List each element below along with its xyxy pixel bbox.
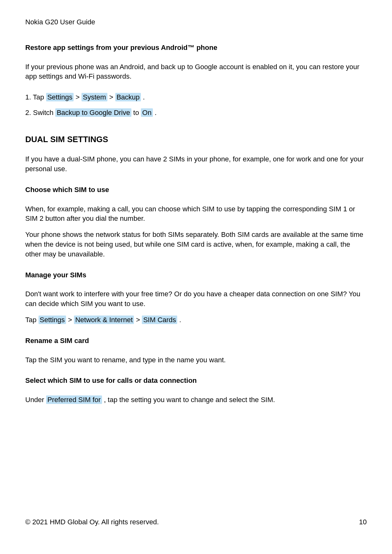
section-heading-dual-sim: DUAL SIM SETTINGS <box>25 134 367 145</box>
system-highlight: System <box>81 93 107 101</box>
choose-sim-text2: Your phone shows the network status for … <box>25 230 367 259</box>
manage-sims-text1: Don't want work to interfere with your f… <box>25 289 367 309</box>
dual-sim-description: If you have a dual-SIM phone, you can ha… <box>25 154 367 174</box>
network-highlight: Network & Internet <box>74 316 134 324</box>
select-sim-text: Under Preferred SIM for , tap the settin… <box>25 395 367 405</box>
on-highlight: On <box>141 108 153 117</box>
tap-prefix: Tap <box>25 316 39 324</box>
section-heading-rename-sim: Rename a SIM card <box>25 336 367 346</box>
settings-highlight: Settings <box>46 93 74 101</box>
rename-sim-text: Tap the SIM you want to rename, and type… <box>25 355 367 365</box>
step-text: 2. Switch <box>25 109 55 117</box>
section-heading-choose-sim: Choose which SIM to use <box>25 185 367 195</box>
preferred-sim-highlight: Preferred SIM for <box>46 395 102 404</box>
separator: > <box>74 93 81 101</box>
sim-cards-highlight: SIM Cards <box>142 316 177 324</box>
restore-description: If your previous phone was an Android, a… <box>25 62 367 82</box>
step-text: 1. Tap <box>25 93 46 101</box>
settings-highlight: Settings <box>39 316 66 324</box>
restore-steps-list: 1. Tap Settings > System > Backup . 2. S… <box>25 93 367 118</box>
separator: > <box>134 316 142 324</box>
backup-drive-highlight: Backup to Google Drive <box>55 108 131 117</box>
step-suffix: . <box>141 93 145 101</box>
separator: > <box>66 316 74 324</box>
choose-sim-text1: When, for example, making a call, you ca… <box>25 204 367 224</box>
select-prefix: Under <box>25 396 46 404</box>
restore-step-1: 1. Tap Settings > System > Backup . <box>25 93 367 102</box>
select-suffix: , tap the setting you want to change and… <box>102 396 275 404</box>
restore-step-2: 2. Switch Backup to Google Drive to On . <box>25 108 367 118</box>
step-mid: to <box>131 109 141 117</box>
tap-suffix: . <box>177 316 181 324</box>
page-header: Nokia G20 User Guide <box>25 17 367 27</box>
page-footer: © 2021 HMD Global Oy. All rights reserve… <box>25 517 367 527</box>
section-heading-manage-sims: Manage your SIMs <box>25 270 367 280</box>
step-suffix: . <box>153 109 157 117</box>
page-number: 10 <box>359 517 367 527</box>
manage-sims-tap: Tap Settings > Network & Internet > SIM … <box>25 315 367 325</box>
backup-highlight: Backup <box>115 93 141 101</box>
copyright-text: © 2021 HMD Global Oy. All rights reserve… <box>25 517 159 527</box>
section-heading-restore: Restore app settings from your previous … <box>25 43 367 53</box>
separator: > <box>107 93 115 101</box>
section-heading-select-sim: Select which SIM to use for calls or dat… <box>25 376 367 386</box>
